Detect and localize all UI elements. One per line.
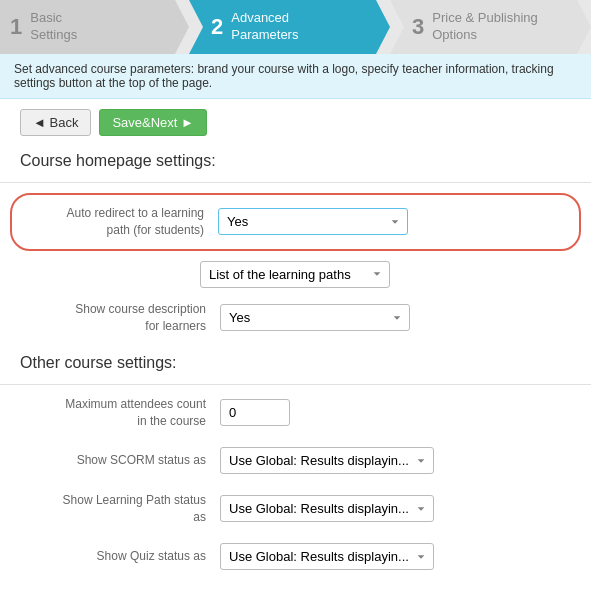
scorm-status-select[interactable]: Use Global: Results displayin... Results… bbox=[220, 447, 434, 474]
learning-paths-select[interactable]: List of the learning paths bbox=[200, 261, 390, 288]
show-description-select[interactable]: Yes No bbox=[220, 304, 410, 331]
max-attendees-input[interactable]: 0 bbox=[220, 399, 290, 426]
scorm-status-label: Show SCORM status as bbox=[20, 452, 220, 469]
wizard-step-1[interactable]: 1 BasicSettings bbox=[0, 0, 189, 54]
show-description-row: Show course descriptionfor learners Yes … bbox=[20, 300, 571, 336]
max-attendees-row: Maximum attendees countin the course 0 bbox=[20, 395, 571, 431]
other-settings-title: Other course settings: bbox=[0, 348, 591, 380]
button-bar: ◄ Back Save&Next ► bbox=[0, 99, 591, 146]
max-attendees-control: 0 bbox=[220, 399, 571, 426]
max-attendees-label: Maximum attendees countin the course bbox=[20, 396, 220, 430]
step3-num: 3 bbox=[412, 16, 424, 38]
auto-redirect-label: Auto redirect to a learningpath (for stu… bbox=[28, 205, 218, 239]
step1-num: 1 bbox=[10, 16, 22, 38]
learning-path-status-row: Show Learning Path statusas Use Global: … bbox=[20, 491, 571, 527]
course-homepage-section: Course homepage settings: Auto redirect … bbox=[0, 146, 591, 336]
learning-path-status-select[interactable]: Use Global: Results displayin... Results… bbox=[220, 495, 434, 522]
auto-redirect-control: Yes No bbox=[218, 208, 563, 235]
step3-label: Price & PublishingOptions bbox=[432, 10, 538, 44]
show-description-section: Show course descriptionfor learners Yes … bbox=[0, 300, 591, 336]
wizard-step-2[interactable]: 2 AdvancedParameters bbox=[189, 0, 390, 54]
info-bar: Set advanced course parameters: brand yo… bbox=[0, 54, 591, 99]
quiz-status-control: Use Global: Results displayin... Results… bbox=[220, 543, 571, 570]
learning-path-status-control: Use Global: Results displayin... Results… bbox=[220, 495, 571, 522]
other-settings-section: Other course settings: Maximum attendees… bbox=[0, 348, 591, 575]
course-homepage-title: Course homepage settings: bbox=[0, 146, 591, 178]
quiz-status-row: Show Quiz status as Use Global: Results … bbox=[20, 539, 571, 575]
quiz-status-label: Show Quiz status as bbox=[20, 548, 220, 565]
save-next-button[interactable]: Save&Next ► bbox=[99, 109, 207, 136]
wizard-bar: 1 BasicSettings 2 AdvancedParameters 3 P… bbox=[0, 0, 591, 54]
wizard-step-3[interactable]: 3 Price & PublishingOptions bbox=[390, 0, 591, 54]
back-button[interactable]: ◄ Back bbox=[20, 109, 91, 136]
auto-redirect-select[interactable]: Yes No bbox=[218, 208, 408, 235]
learning-paths-row: List of the learning paths bbox=[200, 261, 591, 288]
info-text: Set advanced course parameters: brand yo… bbox=[14, 62, 554, 90]
show-description-label: Show course descriptionfor learners bbox=[20, 301, 220, 335]
other-settings-form: Maximum attendees countin the course 0 S… bbox=[0, 395, 591, 575]
show-description-control: Yes No bbox=[220, 304, 571, 331]
step2-num: 2 bbox=[211, 16, 223, 38]
learning-path-status-label: Show Learning Path statusas bbox=[20, 492, 220, 526]
auto-redirect-highlight: Auto redirect to a learningpath (for stu… bbox=[10, 193, 581, 251]
quiz-status-select[interactable]: Use Global: Results displayin... Results… bbox=[220, 543, 434, 570]
step1-label: BasicSettings bbox=[30, 10, 77, 44]
scorm-status-control: Use Global: Results displayin... Results… bbox=[220, 447, 571, 474]
scorm-status-row: Show SCORM status as Use Global: Results… bbox=[20, 443, 571, 479]
step2-label: AdvancedParameters bbox=[231, 10, 298, 44]
